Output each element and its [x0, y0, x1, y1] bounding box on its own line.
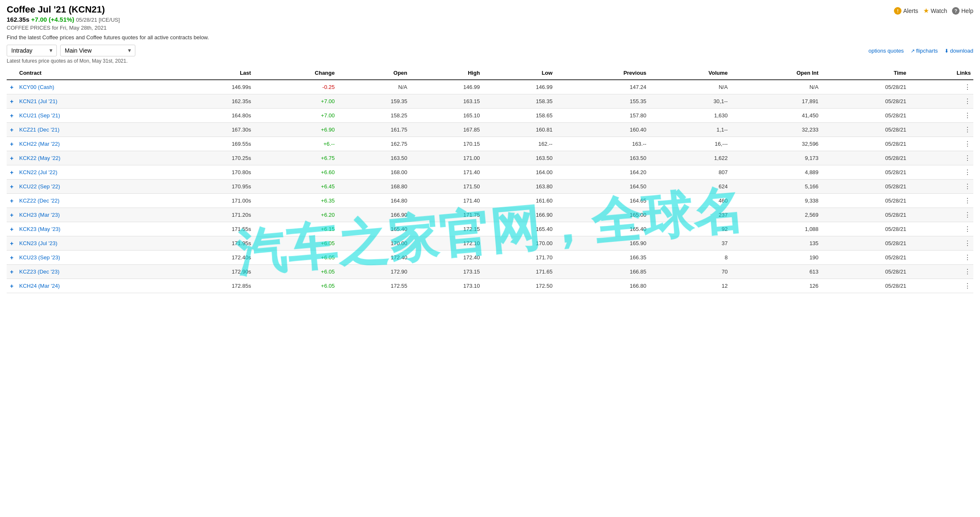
plus-icon[interactable]: +: [10, 198, 13, 204]
row-expand-btn[interactable]: +: [7, 165, 17, 180]
row-time: 05/28/21: [821, 279, 909, 293]
row-links[interactable]: ⋮: [909, 151, 973, 165]
dots-menu-icon[interactable]: ⋮: [964, 226, 971, 233]
dots-menu-icon[interactable]: ⋮: [964, 282, 971, 289]
plus-icon[interactable]: +: [10, 226, 13, 233]
row-links[interactable]: ⋮: [909, 165, 973, 180]
contract-link[interactable]: KCU22 (Sep '22): [19, 183, 60, 190]
row-expand-btn[interactable]: +: [7, 222, 17, 236]
row-previous: 165.00: [555, 208, 649, 222]
row-expand-btn[interactable]: +: [7, 265, 17, 279]
row-time: 05/28/21: [821, 80, 909, 94]
row-expand-btn[interactable]: +: [7, 151, 17, 165]
options-quotes-link[interactable]: options quotes: [868, 48, 904, 54]
flipcharts-link[interactable]: flipcharts: [911, 48, 938, 54]
dots-menu-icon[interactable]: ⋮: [964, 268, 971, 275]
contract-link[interactable]: KCZ21 (Dec '21): [19, 127, 59, 133]
contract-link[interactable]: KCU21 (Sep '21): [19, 112, 60, 119]
contract-link[interactable]: KCH22 (Mar '22): [19, 141, 60, 147]
table-row: + KCU21 (Sep '21) 164.80s +7.00 158.25 1…: [7, 109, 973, 123]
row-links[interactable]: ⋮: [909, 137, 973, 151]
plus-icon[interactable]: +: [10, 240, 13, 247]
row-expand-btn[interactable]: +: [7, 94, 17, 109]
row-expand-btn[interactable]: +: [7, 109, 17, 123]
row-change: +6.75: [254, 151, 337, 165]
row-change: +6.05: [254, 279, 337, 293]
help-button[interactable]: ? Help: [952, 7, 973, 15]
row-links[interactable]: ⋮: [909, 208, 973, 222]
row-high: 167.85: [410, 123, 482, 137]
row-expand-btn[interactable]: +: [7, 194, 17, 208]
row-expand-btn[interactable]: +: [7, 236, 17, 251]
contract-link[interactable]: KCK22 (May '22): [19, 155, 61, 161]
dots-menu-icon[interactable]: ⋮: [964, 169, 971, 176]
table-row: + KCN21 (Jul '21) 162.35s +7.00 159.35 1…: [7, 94, 973, 109]
row-expand-btn[interactable]: +: [7, 80, 17, 94]
plus-icon[interactable]: +: [10, 112, 13, 119]
row-expand-btn[interactable]: +: [7, 251, 17, 265]
row-links[interactable]: ⋮: [909, 279, 973, 293]
dots-menu-icon[interactable]: ⋮: [964, 98, 971, 105]
row-links[interactable]: ⋮: [909, 251, 973, 265]
row-volume: 16,---: [649, 137, 730, 151]
plus-icon[interactable]: +: [10, 141, 13, 147]
dots-menu-icon[interactable]: ⋮: [964, 84, 971, 91]
contract-link[interactable]: KCZ23 (Dec '23): [19, 269, 59, 275]
contract-link[interactable]: KCU23 (Sep '23): [19, 254, 60, 261]
plus-icon[interactable]: +: [10, 155, 13, 162]
row-expand-btn[interactable]: +: [7, 180, 17, 194]
contract-link[interactable]: KCY00 (Cash): [19, 84, 54, 90]
dots-menu-icon[interactable]: ⋮: [964, 183, 971, 190]
dots-menu-icon[interactable]: ⋮: [964, 240, 971, 247]
view-select[interactable]: Main View Technical View Performance Vie…: [60, 45, 135, 56]
plus-icon[interactable]: +: [10, 212, 13, 218]
table-header: Contract Last Change Open High Low Previ…: [7, 66, 973, 80]
row-links[interactable]: ⋮: [909, 123, 973, 137]
contract-link[interactable]: KCH24 (Mar '24): [19, 283, 60, 289]
plus-icon[interactable]: +: [10, 98, 13, 105]
row-expand-btn[interactable]: +: [7, 123, 17, 137]
watch-label: Watch: [931, 8, 947, 14]
contract-link[interactable]: KCN23 (Jul '23): [19, 240, 57, 246]
row-expand-btn[interactable]: +: [7, 208, 17, 222]
plus-icon[interactable]: +: [10, 269, 13, 275]
plus-icon[interactable]: +: [10, 183, 13, 190]
dots-menu-icon[interactable]: ⋮: [964, 211, 971, 218]
plus-icon[interactable]: +: [10, 283, 13, 289]
plus-icon[interactable]: +: [10, 169, 13, 176]
contract-link[interactable]: KCH23 (Mar '23): [19, 212, 60, 218]
row-previous: 163.50: [555, 151, 649, 165]
row-links[interactable]: ⋮: [909, 194, 973, 208]
contract-link[interactable]: KCN22 (Jul '22): [19, 169, 57, 175]
row-last: 162.35s: [172, 94, 254, 109]
row-open-int: 2,569: [730, 208, 821, 222]
row-expand-btn[interactable]: +: [7, 279, 17, 293]
row-links[interactable]: ⋮: [909, 109, 973, 123]
row-links[interactable]: ⋮: [909, 236, 973, 251]
row-links[interactable]: ⋮: [909, 180, 973, 194]
intraday-select[interactable]: Intraday Daily Weekly Monthly: [7, 45, 57, 56]
alerts-button[interactable]: ! Alerts: [894, 7, 918, 15]
watch-star-icon: ★: [923, 7, 929, 15]
plus-icon[interactable]: +: [10, 254, 13, 261]
contract-link[interactable]: KCK23 (May '23): [19, 226, 61, 232]
watch-button[interactable]: ★ Watch: [923, 7, 947, 15]
row-links[interactable]: ⋮: [909, 80, 973, 94]
row-links[interactable]: ⋮: [909, 222, 973, 236]
plus-icon[interactable]: +: [10, 127, 13, 133]
row-links[interactable]: ⋮: [909, 94, 973, 109]
dots-menu-icon[interactable]: ⋮: [964, 140, 971, 147]
col-change: Change: [254, 66, 337, 80]
plus-icon[interactable]: +: [10, 84, 13, 91]
dots-menu-icon[interactable]: ⋮: [964, 254, 971, 261]
row-links[interactable]: ⋮: [909, 265, 973, 279]
contract-link[interactable]: KCN21 (Jul '21): [19, 98, 57, 104]
dots-menu-icon[interactable]: ⋮: [964, 112, 971, 119]
dots-menu-icon[interactable]: ⋮: [964, 197, 971, 204]
contract-link[interactable]: KCZ22 (Dec '22): [19, 198, 59, 204]
row-expand-btn[interactable]: +: [7, 137, 17, 151]
dots-menu-icon[interactable]: ⋮: [964, 155, 971, 162]
dots-menu-icon[interactable]: ⋮: [964, 126, 971, 133]
download-link[interactable]: download: [944, 48, 973, 54]
row-low: 171.70: [482, 251, 555, 265]
